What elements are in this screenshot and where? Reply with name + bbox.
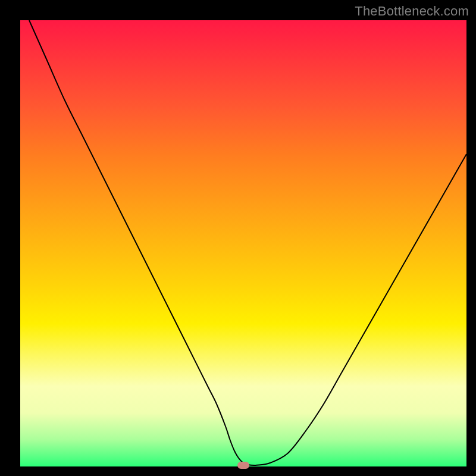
bottleneck-curve — [20, 20, 466, 466]
watermark-text: TheBottleneck.com — [355, 4, 469, 19]
plot-area — [20, 20, 466, 466]
optimal-point-marker — [237, 462, 249, 469]
